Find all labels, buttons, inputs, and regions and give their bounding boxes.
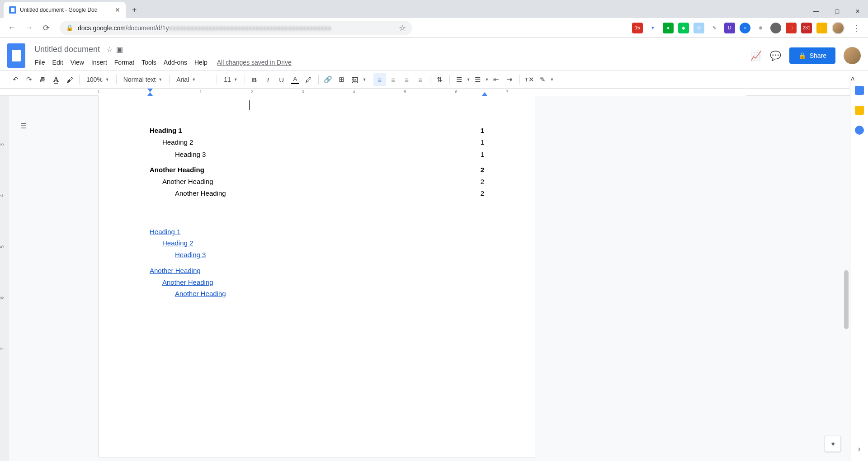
underline-button[interactable]: U — [275, 73, 288, 86]
insert-comment-button[interactable]: ⊞ — [335, 73, 348, 86]
chevron-down-icon[interactable]: ▼ — [485, 77, 489, 82]
zoom-dropdown[interactable]: 100% ▼ — [83, 73, 113, 86]
move-icon[interactable]: ▣ — [116, 45, 123, 54]
window-close-button[interactable]: ✕ — [847, 5, 868, 18]
align-center-button[interactable]: ≡ — [387, 73, 400, 86]
window-minimize-button[interactable]: — — [806, 5, 826, 18]
menu-insert[interactable]: Insert — [88, 57, 110, 68]
font-size-dropdown[interactable]: 11 ▼ — [220, 73, 241, 86]
new-tab-button[interactable]: + — [126, 2, 143, 18]
clear-formatting-button[interactable]: T✕ — [523, 73, 536, 86]
forward-button[interactable]: → — [22, 21, 36, 35]
document-title[interactable]: Untitled document — [32, 44, 103, 55]
close-tab-icon[interactable]: ✕ — [115, 6, 120, 14]
extension-icon[interactable]: 231 — [801, 23, 812, 33]
lock-icon: 🔒 — [798, 52, 806, 59]
ruler-mark: 3 — [302, 89, 304, 94]
star-icon[interactable]: ☆ — [106, 45, 113, 54]
bold-button[interactable]: B — [248, 73, 261, 86]
align-justify-button[interactable]: ≡ — [414, 73, 427, 86]
menu-help[interactable]: Help — [191, 57, 211, 68]
url-text: docs.google.com/document/d/1yxxxxxxxxxxx… — [78, 24, 394, 32]
chevron-down-icon[interactable]: ▼ — [363, 77, 367, 82]
extension-icon[interactable]: ● — [663, 23, 674, 33]
editing-mode-button[interactable]: ✎ — [537, 73, 549, 86]
first-line-indent-marker[interactable] — [147, 92, 153, 96]
align-left-button[interactable]: ≡ — [373, 73, 386, 86]
ruler-mark: 4 — [353, 89, 355, 94]
bulleted-list-button[interactable]: ☰ — [472, 73, 484, 86]
profile-avatar[interactable] — [832, 22, 844, 34]
extension-icon[interactable]: ◆ — [678, 23, 689, 33]
chevron-down-icon: ▼ — [192, 77, 196, 82]
browser-toolbar: ← → ⟳ 🔒 docs.google.com/document/d/1yxxx… — [0, 18, 868, 38]
redo-button[interactable]: ↷ — [23, 73, 35, 86]
reload-button[interactable]: ⟳ — [39, 21, 53, 35]
extension-icon[interactable]: □ — [786, 23, 797, 33]
spellcheck-button[interactable]: A̲ — [50, 73, 62, 86]
right-indent-marker[interactable] — [482, 92, 487, 96]
extension-icon[interactable]: ▼ — [647, 23, 658, 33]
ruler-mark: 6 — [455, 89, 457, 94]
back-button[interactable]: ← — [5, 21, 19, 35]
window-controls: — ▢ ✕ — [806, 5, 868, 18]
paint-format-button[interactable]: 🖌 — [63, 73, 76, 86]
bookmark-star-icon[interactable]: ☆ — [399, 23, 406, 33]
extension-icon[interactable]: ✎ — [709, 23, 720, 33]
menu-addons[interactable]: Add-ons — [160, 57, 190, 68]
chevron-down-icon[interactable]: ▼ — [550, 77, 554, 82]
menu-format[interactable]: Format — [111, 57, 137, 68]
chevron-down-icon: ▼ — [105, 77, 109, 82]
ruler-mark: 2 — [250, 89, 253, 94]
address-bar[interactable]: 🔒 docs.google.com/document/d/1yxxxxxxxxx… — [60, 21, 412, 35]
save-status[interactable]: All changes saved in Drive — [212, 57, 297, 68]
numbered-list-button[interactable]: ☰ — [453, 73, 466, 86]
account-avatar[interactable] — [844, 47, 861, 64]
extension-icon[interactable]: D — [724, 23, 735, 33]
menu-file[interactable]: File — [32, 57, 48, 68]
extension-icon[interactable]: ○ — [740, 23, 750, 33]
docs-header: Untitled document ☆ ▣ File Edit View Ins… — [0, 38, 868, 71]
menu-tools[interactable]: Tools — [138, 57, 160, 68]
increase-indent-button[interactable]: ⇥ — [504, 73, 516, 86]
calendar-sidepanel-icon[interactable] — [855, 86, 864, 95]
left-indent-marker[interactable] — [147, 89, 153, 92]
window-maximize-button[interactable]: ▢ — [826, 5, 847, 18]
extension-icon[interactable]: 2d — [693, 23, 704, 33]
print-button[interactable]: 🖶 — [36, 73, 49, 86]
ruler-mark: 1 — [199, 89, 202, 94]
decrease-indent-button[interactable]: ⇤ — [490, 73, 503, 86]
chevron-down-icon[interactable]: ▼ — [467, 77, 471, 82]
styles-dropdown[interactable]: Normal text ▼ — [120, 73, 166, 86]
extension-icon[interactable] — [770, 23, 781, 33]
insert-link-button[interactable]: 🔗 — [322, 73, 335, 86]
browser-tab-strip: Untitled document - Google Doc ✕ + — ▢ ✕ — [0, 0, 868, 18]
ruler-mark: 5 — [404, 89, 406, 94]
menu-bar: File Edit View Insert Format Tools Add-o… — [32, 57, 747, 68]
extension-icon[interactable]: 15 — [632, 23, 643, 33]
chevron-down-icon: ▼ — [234, 77, 238, 82]
activity-icon[interactable]: 📈 — [750, 50, 762, 61]
horizontal-ruler[interactable]: 1 1 2 3 4 5 6 7 — [0, 89, 868, 96]
undo-button[interactable]: ↶ — [9, 73, 22, 86]
share-button[interactable]: 🔒 Share — [789, 47, 835, 64]
chevron-down-icon: ▼ — [158, 77, 162, 82]
lock-icon: 🔒 — [66, 24, 73, 31]
text-color-button[interactable]: A — [289, 73, 302, 86]
extension-icon[interactable]: □ — [816, 23, 827, 33]
browser-menu-icon[interactable]: ⋮ — [849, 21, 863, 35]
browser-tab[interactable]: Untitled document - Google Doc ✕ — [4, 2, 126, 18]
menu-edit[interactable]: Edit — [49, 57, 66, 68]
menu-view[interactable]: View — [67, 57, 87, 68]
highlight-button[interactable]: 🖊 — [302, 73, 315, 86]
comments-icon[interactable]: 💬 — [770, 50, 781, 61]
extension-icon[interactable]: ⊕ — [755, 23, 766, 33]
italic-button[interactable]: I — [262, 73, 274, 86]
insert-image-button[interactable]: 🖼 — [349, 73, 362, 86]
docs-logo[interactable] — [7, 43, 25, 68]
align-right-button[interactable]: ≡ — [401, 73, 413, 86]
line-spacing-button[interactable]: ⇅ — [434, 73, 446, 86]
font-dropdown[interactable]: Arial ▼ — [173, 73, 213, 86]
docs-favicon — [9, 6, 16, 14]
side-panel: › — [850, 80, 868, 96]
